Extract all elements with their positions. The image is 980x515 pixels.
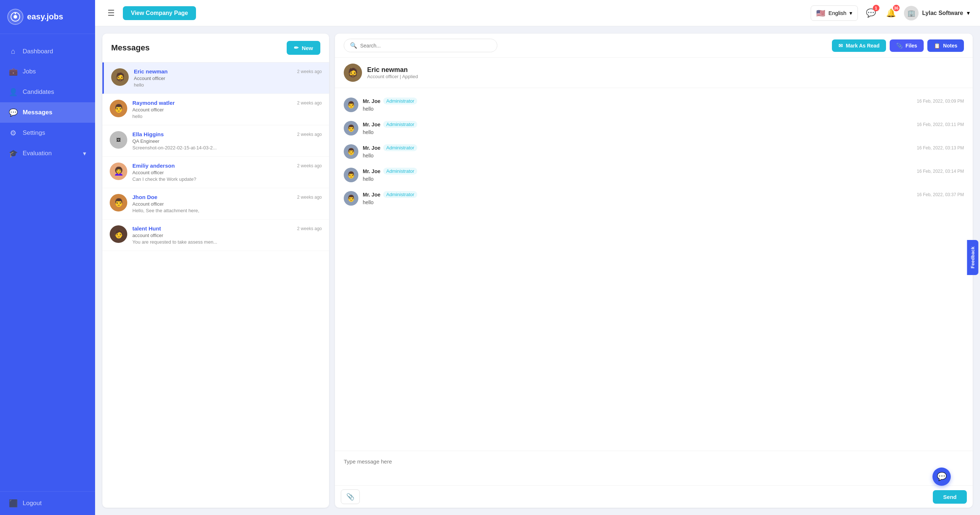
sender-role: Administrator: [383, 121, 417, 128]
list-item[interactable]: 👨 Raymond watler 2 weeks ago Account off…: [102, 94, 329, 125]
sidebar-item-messages[interactable]: 💬 Messages: [0, 102, 95, 123]
sidebar-item-evaluation[interactable]: 🎓 Evaluation ▾: [0, 143, 95, 164]
message-time: 2 weeks ago: [297, 69, 322, 74]
contact-role: QA Engineer: [132, 138, 322, 144]
new-message-button[interactable]: ✏ New: [287, 41, 320, 55]
messages-title: Messages: [111, 43, 150, 52]
avatar: 👩‍🦱: [110, 163, 127, 180]
avatar: 👨: [344, 168, 358, 182]
toolbar-actions: ✉ Mark As Read 📎 Files 📋 Notes: [832, 40, 964, 52]
notifications-button[interactable]: 🔔 36: [884, 6, 898, 20]
notes-icon: 📋: [934, 43, 940, 49]
language-selector[interactable]: 🇺🇸 English ▾: [811, 5, 858, 21]
flag-icon: 🇺🇸: [816, 9, 825, 17]
chat-message: 👨 Mr. Joe Administrator 16 Feb, 2022, 03…: [344, 164, 964, 186]
sidebar-item-candidates[interactable]: 👤 Candidates: [0, 82, 95, 102]
attachment-button[interactable]: 📎: [341, 490, 360, 504]
search-input[interactable]: [360, 43, 491, 49]
message-time: 2 weeks ago: [297, 132, 322, 137]
svg-point-2: [14, 13, 16, 14]
avatar: 🧔: [111, 68, 129, 86]
sidebar-item-dashboard[interactable]: ⌂ Dashboard: [0, 41, 95, 61]
list-item[interactable]: 🧑 talent Hunt 2 weeks ago account office…: [102, 220, 329, 251]
message-time: 2 weeks ago: [297, 226, 322, 231]
list-item[interactable]: 🖼 Ella Higgins 2 weeks ago QA Engineer S…: [102, 125, 329, 157]
search-box: 🔍: [344, 39, 497, 52]
chat-bubble-icon: 💬: [937, 472, 947, 482]
messages-list: 🧔 Eric newman 2 weeks ago Account office…: [102, 62, 329, 508]
avatar: 👨: [344, 121, 358, 136]
mark-as-read-button[interactable]: ✉ Mark As Read: [832, 40, 886, 52]
avatar: 👨: [110, 194, 127, 211]
jobs-icon: 💼: [9, 67, 18, 76]
list-item[interactable]: 👩‍🦱 Emiliy anderson 2 weeks ago Account …: [102, 157, 329, 188]
new-label: New: [302, 45, 313, 51]
notes-label: Notes: [943, 43, 957, 49]
message-time: 16 Feb, 2022, 03:13 PM: [917, 145, 964, 151]
sender-name: Mr. Joe: [363, 168, 380, 174]
sidebar: easy.jobs ⌂ Dashboard 💼 Jobs 👤 Candidate…: [0, 0, 95, 515]
hamburger-button[interactable]: ☰: [105, 6, 117, 20]
attachment-icon: 📎: [346, 493, 354, 501]
sidebar-item-label: Dashboard: [23, 48, 53, 55]
main-area: ☰ View Company Page 🇺🇸 English ▾ 💬 1 🔔 3…: [95, 0, 980, 515]
list-item[interactable]: 🧔 Eric newman 2 weeks ago Account office…: [102, 62, 329, 94]
send-button[interactable]: Send: [933, 490, 967, 504]
top-header: ☰ View Company Page 🇺🇸 English ▾ 💬 1 🔔 3…: [95, 0, 980, 26]
list-item[interactable]: 👨 Jhon Doe 2 weeks ago Account officer H…: [102, 188, 329, 220]
avatar: 🧑: [110, 225, 127, 243]
contact-name: Raymond watler: [132, 100, 175, 106]
contact-role: Account officer: [132, 201, 322, 207]
message-time: 16 Feb, 2022, 03:09 PM: [917, 98, 964, 104]
lang-chevron-icon: ▾: [850, 10, 853, 16]
user-menu[interactable]: 🏢 Lylac Software ▾: [904, 6, 970, 21]
user-name: Lylac Software: [922, 10, 963, 16]
messages-badge: 1: [873, 5, 880, 11]
logout-area[interactable]: ⬛ Logout: [0, 491, 95, 515]
message-text: hello: [363, 153, 964, 158]
avatar: 🏢: [904, 6, 919, 21]
envelope-icon: ✉: [838, 43, 843, 49]
message-text: hello: [363, 200, 964, 205]
settings-icon: ⚙: [9, 128, 18, 137]
message-text: hello: [363, 129, 964, 135]
messages-panel: Messages ✏ New 🧔 Eric newman 2 weeks ago: [102, 33, 329, 508]
svg-point-1: [14, 15, 17, 19]
user-chevron-icon: ▾: [967, 10, 970, 16]
message-preview: hello: [132, 114, 322, 119]
message-preview: You are requested to take assess men...: [132, 239, 322, 245]
chat-input-footer: 📎 Send: [335, 485, 973, 508]
notes-button[interactable]: 📋 Notes: [928, 40, 964, 52]
messages-icon: 💬: [9, 108, 18, 117]
sender-role: Administrator: [383, 191, 417, 198]
compose-icon: ✏: [294, 44, 299, 51]
contact-name: talent Hunt: [132, 225, 161, 231]
sidebar-item-settings[interactable]: ⚙ Settings: [0, 123, 95, 143]
message-input[interactable]: [335, 451, 973, 484]
sender-name: Mr. Joe: [363, 98, 380, 104]
contact-name: Jhon Doe: [132, 194, 157, 200]
sidebar-item-jobs[interactable]: 💼 Jobs: [0, 61, 95, 82]
contact-subtitle: Account officer | Applied: [367, 74, 418, 79]
evaluation-icon: 🎓: [9, 149, 18, 158]
avatar: 👨: [344, 191, 358, 206]
feedback-tab[interactable]: Feedback: [967, 240, 978, 275]
logout-icon: ⬛: [9, 499, 18, 508]
view-company-button[interactable]: View Company Page: [123, 6, 196, 20]
sender-name: Mr. Joe: [363, 145, 380, 151]
avatar: 🖼: [110, 131, 127, 149]
content-area: Messages ✏ New 🧔 Eric newman 2 weeks ago: [95, 26, 980, 515]
language-label: English: [828, 10, 846, 16]
contact-role: Account officer: [132, 107, 322, 113]
sidebar-item-label: Jobs: [23, 68, 36, 75]
chat-float-button[interactable]: 💬: [932, 467, 951, 486]
message-time: 2 weeks ago: [297, 195, 322, 200]
messages-bell-button[interactable]: 💬 1: [864, 6, 878, 20]
logo-icon: [7, 9, 24, 25]
sender-role: Administrator: [383, 144, 417, 151]
sender-name: Mr. Joe: [363, 122, 380, 127]
logout-label: Logout: [23, 500, 42, 507]
search-icon: 🔍: [350, 42, 357, 49]
logout-button[interactable]: ⬛ Logout: [9, 499, 86, 508]
files-button[interactable]: 📎 Files: [890, 40, 924, 52]
